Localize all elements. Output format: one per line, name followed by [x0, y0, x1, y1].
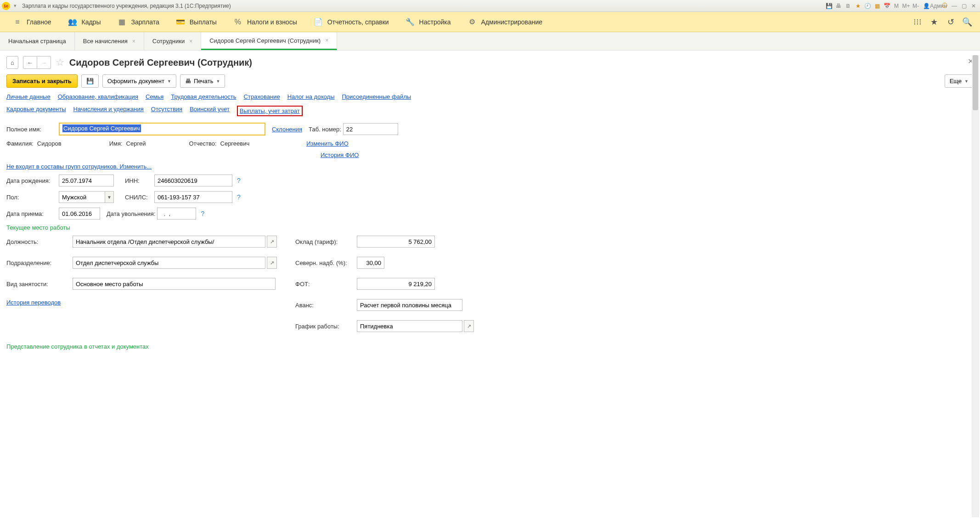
minimize-icon[interactable]: — [950, 2, 959, 10]
tab-label: Сидоров Сергей Сергеевич (Сотрудник) [209, 37, 321, 44]
menu-otchet[interactable]: 📄Отчетность, справки [305, 15, 397, 29]
mminus-icon[interactable]: M- [911, 2, 920, 10]
advance-input[interactable] [357, 299, 462, 311]
tab-label: Начальная страница [8, 38, 66, 45]
link-tax[interactable]: Налог на доходы [287, 93, 335, 100]
mplus-icon[interactable]: M+ [901, 2, 911, 10]
tab-start-page[interactable]: Начальная страница [0, 32, 75, 50]
menu-nalogi[interactable]: %Налоги и взносы [225, 15, 305, 29]
patronymic-label: Отчество: [189, 140, 216, 147]
link-personal[interactable]: Личные данные [6, 93, 51, 100]
hire-date-input[interactable] [59, 208, 100, 220]
menu-nastroyka[interactable]: 🔧Настройка [397, 15, 459, 29]
help-icon[interactable]: ? [234, 193, 241, 201]
menu-zarplata[interactable]: ▦Зарплата [109, 15, 167, 29]
history-fio-link[interactable]: История ФИО [321, 152, 359, 158]
favorite-icon[interactable]: ★ [929, 17, 940, 28]
menu-kadry[interactable]: 👥Кадры [60, 15, 109, 29]
snils-input[interactable] [154, 191, 232, 203]
maximize-icon[interactable]: ▢ [959, 2, 969, 10]
close-icon[interactable]: ✕ [969, 2, 978, 10]
report-icon: 📄 [314, 17, 323, 27]
full-name-input[interactable]: Сидоров Сергей Сергеевич [59, 123, 265, 135]
menu-vyplaty[interactable]: 💳Выплаты [168, 15, 225, 29]
history-icon[interactable]: ↺ [945, 17, 956, 28]
sex-combo[interactable]: ▼ [59, 191, 114, 203]
north-input[interactable] [357, 257, 384, 269]
apps-icon[interactable]: ⁝⁝⁝ [912, 17, 923, 28]
link-hr-docs[interactable]: Кадровые документы [6, 106, 66, 116]
link-files[interactable]: Присоединенные файлы [342, 93, 411, 100]
chevron-down-icon[interactable]: ▼ [105, 191, 114, 203]
save-button[interactable]: 💾 [81, 74, 99, 88]
main-menu: ≡Главное 👥Кадры ▦Зарплата 💳Выплаты %Нало… [0, 12, 980, 32]
tab-close-icon[interactable]: × [325, 37, 328, 44]
schedule-input[interactable] [357, 320, 462, 332]
menu-label: Главное [27, 18, 51, 26]
info-icon[interactable]: ⓘ [940, 2, 949, 10]
fot-input[interactable] [357, 278, 435, 290]
inn-input[interactable] [154, 175, 232, 186]
declension-link[interactable]: Склонения [272, 126, 302, 133]
menu-label: Зарплата [131, 18, 159, 26]
menu-admin[interactable]: ⚙Администрирование [459, 15, 551, 29]
link-education[interactable]: Образование, квалификация [58, 93, 138, 100]
doc-icon[interactable]: 🗎 [844, 2, 853, 10]
tab-employees[interactable]: Сотрудники× [144, 32, 201, 50]
more-button[interactable]: Еще▼ [945, 74, 974, 88]
back-button[interactable]: ← [23, 56, 37, 69]
user-icon[interactable]: 👤 Админ [930, 2, 940, 10]
star-icon[interactable]: ★ [853, 2, 862, 10]
open-ref-icon[interactable]: ↗ [267, 257, 277, 269]
create-doc-button[interactable]: Оформить документ▼ [102, 74, 176, 88]
home-button[interactable]: ⌂ [6, 56, 18, 69]
surname-value: Сидоров [37, 140, 62, 147]
link-military[interactable]: Воинский учет [190, 106, 230, 116]
fire-date-input[interactable] [157, 208, 196, 220]
emp-type-input[interactable] [73, 278, 276, 290]
clock-icon[interactable]: 🕘 [863, 2, 872, 10]
forward-button[interactable]: → [37, 56, 51, 69]
tab-close-icon[interactable]: × [189, 38, 192, 45]
dropdown-icon[interactable]: ▾ [11, 2, 19, 10]
change-fio-link[interactable]: Изменить ФИО [306, 140, 349, 147]
tab-employee-card[interactable]: Сидоров Сергей Сергеевич (Сотрудник)× [201, 32, 337, 50]
transfers-link[interactable]: История переводов [6, 299, 61, 306]
open-ref-icon[interactable]: ↗ [267, 236, 277, 248]
save-close-button[interactable]: Записать и закрыть [6, 74, 78, 88]
position-input[interactable] [73, 236, 265, 248]
favorite-star-icon[interactable]: ☆ [56, 56, 65, 68]
link-payments-costs[interactable]: Выплаты, учет затрат [237, 106, 303, 116]
save-icon[interactable]: 💾 [824, 2, 834, 10]
print-button[interactable]: 🖶Печать▼ [180, 74, 225, 88]
help-icon[interactable]: ? [198, 210, 204, 217]
groups-link[interactable]: Не входит в составы групп сотрудников. И… [6, 163, 152, 170]
tab-close-icon[interactable]: × [132, 38, 135, 45]
calendar-icon[interactable]: 📅 [882, 2, 891, 10]
tab-number-input[interactable] [343, 123, 398, 135]
tab-all-accruals[interactable]: Все начисления× [75, 32, 144, 50]
north-label: Северн. надб. (%): [295, 260, 355, 266]
calc-icon[interactable]: ▦ [873, 2, 882, 10]
link-accruals[interactable]: Начисления и удержания [73, 106, 144, 116]
vertical-scrollbar[interactable] [972, 55, 979, 358]
fire-date-label: Дата увольнения: [107, 210, 155, 217]
link-insurance[interactable]: Страхование [244, 93, 280, 100]
open-ref-icon[interactable]: ↗ [464, 320, 474, 332]
department-input[interactable] [73, 257, 265, 269]
link-family[interactable]: Семья [146, 93, 163, 100]
salary-input[interactable] [357, 236, 435, 248]
sex-input[interactable] [59, 191, 105, 203]
section-representation: Представление сотрудника в отчетах и док… [6, 343, 974, 350]
link-absence[interactable]: Отсутствия [151, 106, 182, 116]
help-icon[interactable]: ? [234, 177, 241, 184]
search-icon[interactable]: 🔍 [962, 17, 973, 28]
dob-input[interactable] [59, 175, 114, 186]
print-icon[interactable]: 🖶 [834, 2, 843, 10]
link-labor[interactable]: Трудовая деятельность [171, 93, 236, 100]
toolbar: Записать и закрыть 💾 Оформить документ▼ … [0, 72, 980, 90]
m-icon[interactable]: M [892, 2, 901, 10]
menu-label: Настройка [419, 18, 451, 26]
menu-main[interactable]: ≡Главное [5, 15, 60, 29]
scrollbar-thumb[interactable] [973, 55, 978, 110]
